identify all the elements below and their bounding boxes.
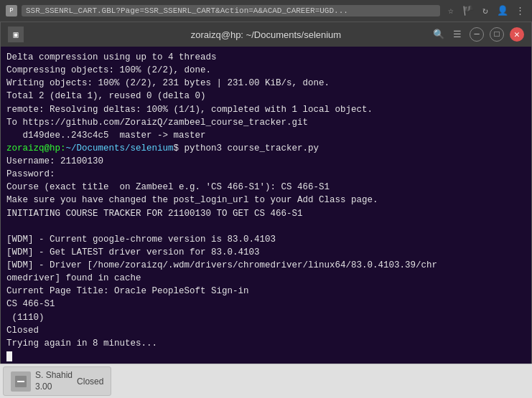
terminal-output: Delta compression using up to 4 threads … <box>1 47 531 367</box>
output-line-3: Writing objects: 100% (2/2), 231 bytes |… <box>6 77 526 90</box>
menu-dots-icon[interactable]: ⋮ <box>513 4 526 17</box>
taskbar-item[interactable]: S. Shahid 3.00 Closed <box>3 366 111 396</box>
search-icon[interactable]: 🔍 <box>432 28 445 41</box>
minimize-button[interactable]: — <box>470 27 484 42</box>
output-line-1: Delta compression using up to 4 threads <box>6 51 526 64</box>
output-line-15: [WDM] - Driver [/home/zoraizq/.wdm/drive… <box>6 259 526 272</box>
browser-bar: P SSR_SSENRL_CART.GBL?Page=SSR_SSENRL_CA… <box>0 0 532 22</box>
output-line-14: [WDM] - Get LATEST driver version for 83… <box>6 246 526 259</box>
output-line-10: Course (exact title on Zambeel e.g. 'CS … <box>6 181 526 194</box>
terminal-title: zoraizq@hp: ~/Documents/selenium <box>191 29 341 40</box>
maximize-button[interactable]: □ <box>490 27 504 42</box>
hamburger-icon[interactable]: ☰ <box>451 28 464 41</box>
output-line-12: INITIATING COURSE TRACKER FOR 21100130 T… <box>6 207 526 220</box>
output-line-closed: Closed <box>6 324 526 337</box>
terminal-titlebar-left: ▣ <box>8 27 24 42</box>
terminal-titlebar: ▣ zoraizq@hp: ~/Documents/selenium 🔍 ☰ —… <box>1 22 531 47</box>
output-line-4: Total 2 (delta 1), reused 0 (delta 0) <box>6 90 526 103</box>
output-line-17: CS 466-S1 <box>6 298 526 311</box>
taskbar-item-status: Closed <box>77 376 103 387</box>
output-line-2: Compressing objects: 100% (2/2), done. <box>6 64 526 77</box>
taskbar: S. Shahid 3.00 Closed <box>0 364 532 398</box>
terminal-cursor-line <box>6 350 526 363</box>
output-line-18: (1110) <box>6 311 526 324</box>
output-line-9: Password: <box>6 168 526 181</box>
output-line-16: Current Page Title: Oracle PeopleSoft Si… <box>6 285 526 298</box>
output-line-5: remote: Resolving deltas: 100% (1/1), co… <box>6 103 526 116</box>
flag-icon[interactable]: 🏴 <box>462 4 475 17</box>
output-line-13: [WDM] - Current google-chrome version is… <box>6 233 526 246</box>
terminal-app-icon: ▣ <box>8 27 24 42</box>
prompt-user: zoraizq@hp: <box>6 143 66 153</box>
output-line-retry: Trying again in 8 minutes... <box>6 337 526 350</box>
closed-thumb-svg <box>14 374 28 389</box>
favicon-icon: P <box>6 5 17 16</box>
taskbar-item-number: 3.00 <box>35 382 73 393</box>
output-line-6: To https://github.com/ZoraizQ/zambeel_co… <box>6 116 526 129</box>
close-button[interactable]: ✕ <box>510 27 524 42</box>
output-line-11: Make sure you have changed the post_logi… <box>6 194 526 207</box>
browser-url-bar[interactable]: SSR_SSENRL_CART.GBL?Page=SSR_SSENRL_CART… <box>22 5 440 16</box>
taskbar-item-name: S. Shahid <box>35 370 73 382</box>
output-line-8: Username: 21100130 <box>6 155 526 168</box>
output-line-blank1 <box>6 220 526 233</box>
terminal-cursor <box>6 351 12 361</box>
bookmark-icon[interactable]: ☆ <box>444 4 457 17</box>
user-icon[interactable]: 👤 <box>496 4 509 17</box>
output-line-7: d149dee..243c4c5 master -> master <box>6 129 526 142</box>
prompt-path: ~/Documents/selenium <box>66 143 174 153</box>
taskbar-closed-thumb <box>11 371 31 392</box>
terminal-window-controls: 🔍 ☰ — □ ✕ <box>432 27 524 42</box>
output-line-15b: omedriver] found in cache <box>6 272 526 285</box>
prompt-command: $ python3 course_tracker.py <box>174 143 319 153</box>
output-line-prompt: zoraizq@hp:~/Documents/selenium$ python3… <box>6 142 526 155</box>
terminal-window: ▣ zoraizq@hp: ~/Documents/selenium 🔍 ☰ —… <box>0 22 532 368</box>
refresh-icon[interactable]: ↻ <box>479 4 492 17</box>
